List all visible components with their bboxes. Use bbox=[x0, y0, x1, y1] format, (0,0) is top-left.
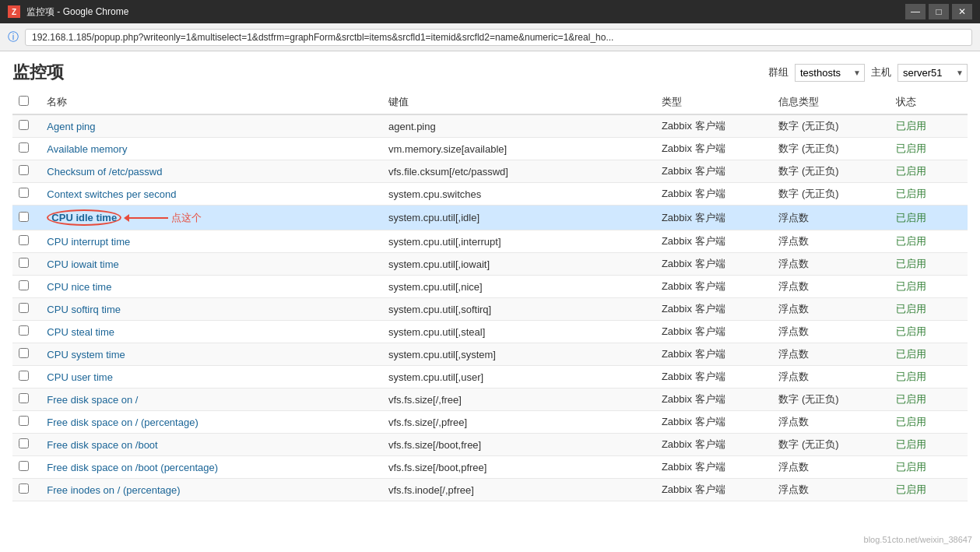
item-status: 已启用 bbox=[890, 138, 968, 160]
item-key: vfs.file.cksum[/etc/passwd] bbox=[382, 160, 655, 183]
item-infotype: 数字 (无正负) bbox=[772, 183, 889, 206]
annotation-text: 点这个 bbox=[171, 211, 202, 225]
item-name-link[interactable]: Free disk space on /boot (percentage) bbox=[47, 462, 218, 473]
select-all-checkbox[interactable] bbox=[19, 96, 29, 106]
title-bar: Z 监控项 - Google Chrome — □ ✕ bbox=[0, 0, 980, 23]
table-container: 名称 键值 类型 信息类型 状态 Agent pingagent.pingZab… bbox=[0, 90, 980, 501]
row-checkbox[interactable] bbox=[19, 142, 29, 153]
item-name-link[interactable]: Available memory bbox=[47, 143, 127, 155]
item-link[interactable]: CPU idle time bbox=[47, 209, 121, 226]
item-key: system.cpu.util[,idle] bbox=[382, 206, 655, 230]
header-status: 状态 bbox=[890, 90, 968, 114]
item-name-link[interactable]: CPU iowait time bbox=[47, 258, 118, 270]
item-key: system.cpu.util[,iowait] bbox=[382, 253, 655, 276]
row-checkbox[interactable] bbox=[19, 438, 29, 448]
row-checkbox[interactable] bbox=[19, 325, 29, 336]
item-name-link[interactable]: CPU idle time bbox=[51, 212, 117, 223]
table-row: Free inodes on / (percentage)vfs.fs.inod… bbox=[12, 479, 968, 501]
host-select[interactable]: server51 bbox=[897, 64, 968, 82]
table-row: CPU system timesystem.cpu.util[,system]Z… bbox=[12, 343, 968, 366]
item-name-link[interactable]: Free inodes on / (percentage) bbox=[47, 484, 180, 496]
group-select-wrapper[interactable]: testhosts bbox=[795, 64, 865, 82]
row-checkbox[interactable] bbox=[19, 461, 29, 471]
item-type: Zabbix 客户端 bbox=[655, 479, 772, 501]
item-type: Zabbix 客户端 bbox=[655, 366, 772, 389]
item-infotype: 浮点数 bbox=[772, 321, 889, 343]
group-select[interactable]: testhosts bbox=[795, 64, 865, 82]
item-type: Zabbix 客户端 bbox=[655, 114, 772, 138]
items-table: 名称 键值 类型 信息类型 状态 Agent pingagent.pingZab… bbox=[12, 90, 968, 501]
close-button[interactable]: ✕ bbox=[952, 4, 972, 19]
address-url: 192.168.1.185/popup.php?writeonly=1&mult… bbox=[25, 29, 972, 46]
item-name-link[interactable]: CPU softirq time bbox=[47, 304, 121, 315]
item-key: vfs.fs.size[/boot,free] bbox=[382, 434, 655, 456]
table-row: CPU iowait timesystem.cpu.util[,iowait]Z… bbox=[12, 253, 968, 276]
item-status: 已启用 bbox=[890, 456, 968, 479]
item-name-link[interactable]: CPU steal time bbox=[47, 326, 114, 338]
maximize-button[interactable]: □ bbox=[929, 4, 949, 19]
item-type: Zabbix 客户端 bbox=[655, 389, 772, 411]
item-name-link[interactable]: Checksum of /etc/passwd bbox=[47, 166, 162, 178]
table-body: Agent pingagent.pingZabbix 客户端数字 (无正负)已启… bbox=[12, 114, 968, 501]
table-row: CPU interrupt timesystem.cpu.util[,inter… bbox=[12, 230, 968, 253]
table-row: CPU user timesystem.cpu.util[,user]Zabbi… bbox=[12, 366, 968, 389]
item-type: Zabbix 客户端 bbox=[655, 434, 772, 456]
item-status: 已启用 bbox=[890, 206, 968, 230]
minimize-button[interactable]: — bbox=[905, 4, 926, 19]
row-checkbox[interactable] bbox=[19, 120, 29, 130]
header-infotype: 信息类型 bbox=[772, 90, 889, 114]
item-infotype: 数字 (无正负) bbox=[772, 389, 889, 411]
row-checkbox[interactable] bbox=[19, 303, 29, 313]
item-key: system.cpu.util[,interrupt] bbox=[382, 230, 655, 253]
item-type: Zabbix 客户端 bbox=[655, 276, 772, 298]
address-bar: ⓘ 192.168.1.185/popup.php?writeonly=1&mu… bbox=[0, 23, 980, 51]
row-checkbox[interactable] bbox=[19, 188, 29, 198]
item-name-link[interactable]: CPU system time bbox=[47, 349, 125, 360]
item-key: vfs.fs.size[/boot,pfree] bbox=[382, 456, 655, 479]
item-key: vm.memory.size[available] bbox=[382, 138, 655, 160]
item-type: Zabbix 客户端 bbox=[655, 411, 772, 434]
item-name-link[interactable]: Free disk space on / bbox=[47, 394, 138, 406]
row-checkbox[interactable] bbox=[19, 165, 29, 175]
item-type: Zabbix 客户端 bbox=[655, 298, 772, 321]
row-checkbox[interactable] bbox=[19, 416, 29, 426]
item-name-link[interactable]: Free disk space on /boot bbox=[47, 439, 157, 451]
table-row: Free disk space on /bootvfs.fs.size[/boo… bbox=[12, 434, 968, 456]
item-key: system.cpu.util[,user] bbox=[382, 366, 655, 389]
item-infotype: 浮点数 bbox=[772, 253, 889, 276]
item-infotype: 数字 (无正负) bbox=[772, 138, 889, 160]
row-checkbox[interactable] bbox=[19, 393, 29, 403]
row-checkbox[interactable] bbox=[19, 371, 29, 381]
host-select-wrapper[interactable]: server51 bbox=[897, 64, 968, 82]
item-infotype: 浮点数 bbox=[772, 366, 889, 389]
row-checkbox[interactable] bbox=[19, 258, 29, 268]
row-checkbox[interactable] bbox=[19, 348, 29, 358]
table-row: Context switches per secondsystem.cpu.sw… bbox=[12, 183, 968, 206]
item-name-link[interactable]: Free disk space on / (percentage) bbox=[47, 417, 198, 428]
row-checkbox[interactable] bbox=[19, 280, 29, 290]
table-row: Agent pingagent.pingZabbix 客户端数字 (无正负)已启… bbox=[12, 114, 968, 138]
item-name-link[interactable]: CPU nice time bbox=[47, 281, 111, 293]
item-name-link[interactable]: CPU user time bbox=[47, 371, 113, 383]
item-name-link[interactable]: Context switches per second bbox=[47, 188, 176, 200]
item-status: 已启用 bbox=[890, 298, 968, 321]
item-type: Zabbix 客户端 bbox=[655, 343, 772, 366]
item-infotype: 浮点数 bbox=[772, 343, 889, 366]
item-name-link[interactable]: CPU interrupt time bbox=[47, 236, 130, 248]
item-key: vfs.fs.size[/,pfree] bbox=[382, 411, 655, 434]
item-type: Zabbix 客户端 bbox=[655, 456, 772, 479]
row-checkbox[interactable] bbox=[19, 212, 29, 222]
row-checkbox[interactable] bbox=[19, 483, 29, 494]
item-infotype: 浮点数 bbox=[772, 411, 889, 434]
table-row: Free disk space on /boot (percentage)vfs… bbox=[12, 456, 968, 479]
item-type: Zabbix 客户端 bbox=[655, 206, 772, 230]
item-infotype: 浮点数 bbox=[772, 276, 889, 298]
item-type: Zabbix 客户端 bbox=[655, 160, 772, 183]
item-name-link[interactable]: Agent ping bbox=[47, 121, 95, 132]
table-row: CPU idle time点这个system.cpu.util[,idle]Za… bbox=[12, 206, 968, 230]
item-status: 已启用 bbox=[890, 253, 968, 276]
item-status: 已启用 bbox=[890, 366, 968, 389]
item-key: system.cpu.util[,system] bbox=[382, 343, 655, 366]
table-row: CPU nice timesystem.cpu.util[,nice]Zabbi… bbox=[12, 276, 968, 298]
row-checkbox[interactable] bbox=[19, 235, 29, 245]
